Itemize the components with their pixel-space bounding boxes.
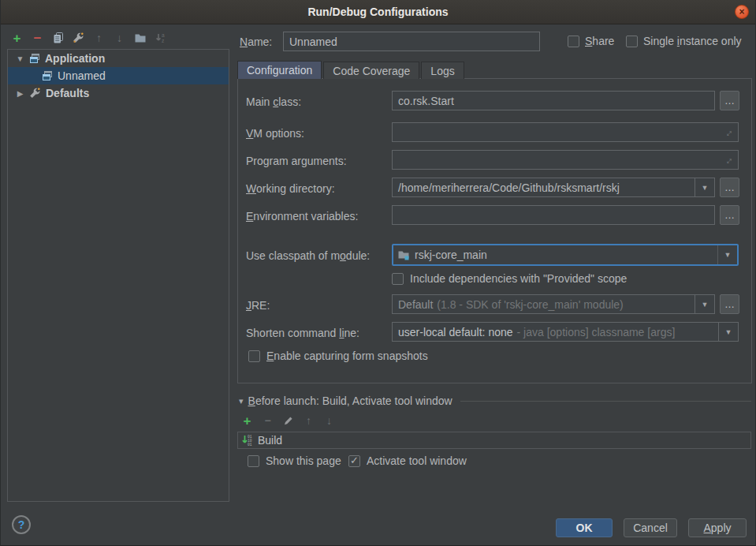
pencil-icon — [283, 415, 294, 426]
working-directory-combobox[interactable]: /home/meriherrera/Code/Github/rsksmart/r… — [392, 178, 715, 197]
tree-item-label: Unnamed — [58, 69, 106, 82]
expand-field-icon[interactable]: ↔ — [721, 125, 736, 140]
copy-icon — [52, 32, 65, 44]
before-launch-label: Before launch: Build, Activate tool wind… — [248, 395, 452, 407]
tree-item-defaults[interactable]: ▶ Defaults — [8, 84, 229, 102]
vm-options-input[interactable]: ↔ — [392, 122, 739, 142]
ellipsis-icon: … — [724, 95, 735, 106]
jre-combobox[interactable]: Default (1.8 - SDK of 'rskj-core_main' m… — [392, 294, 715, 314]
shorten-command-line-label: Shorten command line: — [246, 327, 359, 339]
vm-options-label: VM options: — [246, 127, 304, 140]
use-classpath-label: Use classpath of module: — [246, 249, 370, 262]
move-task-down-button[interactable]: ↓ — [323, 413, 335, 428]
capture-snapshots-label: Enable capturing form snapshots — [266, 350, 428, 362]
move-up-button[interactable]: ↑ — [92, 31, 106, 45]
module-icon — [397, 249, 410, 261]
copy-configuration-button[interactable] — [51, 31, 65, 45]
dialog-title: Run/Debug Configurations — [307, 6, 448, 18]
capture-snapshots-checkbox[interactable]: Enable capturing form snapshots — [248, 350, 428, 362]
minus-icon: − — [264, 415, 270, 426]
help-button[interactable]: ? — [12, 515, 31, 534]
activate-tool-window-checkbox[interactable]: Activate tool window — [348, 454, 467, 467]
svg-text:z: z — [162, 38, 164, 43]
ellipsis-icon: … — [724, 299, 735, 309]
single-instance-label: Single instance only — [643, 35, 742, 47]
main-class-input[interactable]: co.rsk.Start — [392, 91, 715, 110]
dropdown-arrow-icon[interactable]: ▼ — [695, 178, 714, 196]
task-item-build[interactable]: Build — [258, 434, 282, 447]
add-task-button[interactable]: + — [241, 413, 253, 428]
move-down-button[interactable]: ↓ — [113, 31, 126, 45]
create-folder-button[interactable] — [133, 31, 147, 45]
environment-variables-input[interactable] — [392, 205, 715, 225]
titlebar: Run/Debug Configurations × — [1, 0, 755, 24]
name-label: Name: — [240, 36, 272, 48]
tree-item-application[interactable]: ▼ Application — [8, 50, 229, 67]
share-checkbox[interactable]: Share — [568, 35, 614, 47]
add-configuration-button[interactable]: + — [10, 31, 24, 45]
wrench-icon — [72, 32, 85, 44]
tree-collapsed-icon[interactable]: ▶ — [16, 89, 24, 98]
jre-browse-button[interactable]: … — [720, 294, 739, 314]
arrow-down-icon: ↓ — [117, 32, 122, 43]
checkbox-box-checked[interactable] — [348, 455, 360, 467]
config-tabs: Configuration Code Coverage Logs — [237, 61, 466, 79]
working-directory-label: Working directory: — [246, 182, 335, 195]
expand-field-icon[interactable]: ↔ — [721, 152, 736, 168]
edit-task-button[interactable] — [282, 413, 294, 428]
main-class-label: Main class: — [246, 95, 301, 108]
single-instance-checkbox[interactable]: Single instance only — [626, 35, 742, 47]
include-provided-checkbox[interactable]: Include dependencies with "Provided" sco… — [392, 272, 627, 285]
section-collapse-icon[interactable]: ▾ — [239, 396, 244, 406]
cancel-button[interactable]: Cancel — [624, 518, 677, 537]
tree-expanded-icon[interactable]: ▼ — [16, 54, 24, 63]
checkbox-box[interactable] — [248, 350, 260, 362]
configuration-tab-panel: Main class: co.rsk.Start … VM options: ↔… — [237, 78, 752, 383]
sort-configurations-button[interactable]: a z — [154, 31, 167, 45]
tab-logs[interactable]: Logs — [421, 62, 464, 79]
configurations-tree: ▼ Application Unnamed — [7, 49, 229, 502]
arrow-up-icon: ↑ — [306, 415, 311, 426]
shorten-command-line-combobox[interactable]: user-local default: none - java [options… — [392, 322, 739, 342]
ok-button[interactable]: OK — [556, 518, 613, 537]
include-provided-label: Include dependencies with "Provided" sco… — [410, 272, 627, 285]
name-value: Unnamed — [289, 36, 337, 48]
main-class-browse-button[interactable]: … — [720, 91, 739, 110]
tab-code-coverage[interactable]: Code Coverage — [323, 62, 419, 79]
remove-configuration-button[interactable]: − — [31, 31, 44, 45]
checkbox-box[interactable] — [248, 455, 259, 467]
dropdown-arrow-icon[interactable]: ▼ — [718, 323, 738, 341]
checkbox-box[interactable] — [626, 36, 638, 47]
apply-label: Apply — [703, 522, 731, 534]
tree-item-label: Defaults — [46, 87, 89, 99]
use-classpath-combobox[interactable]: rskj-core_main ▼ — [392, 244, 739, 266]
move-task-up-button[interactable]: ↑ — [303, 413, 315, 428]
tree-item-unnamed[interactable]: Unnamed — [8, 67, 229, 84]
application-icon — [41, 69, 54, 82]
program-arguments-input[interactable]: ↔ — [392, 150, 739, 170]
ellipsis-icon: … — [724, 210, 735, 220]
application-icon — [28, 52, 41, 65]
dropdown-arrow-icon[interactable]: ▼ — [695, 295, 714, 313]
remove-task-button[interactable]: − — [262, 413, 274, 428]
close-button[interactable]: × — [735, 5, 749, 19]
dropdown-arrow-icon[interactable]: ▼ — [717, 245, 737, 264]
activate-tool-window-label: Activate tool window — [367, 454, 467, 467]
edit-defaults-button[interactable] — [72, 31, 85, 45]
configurations-toolbar: + − ↑ ↓ — [10, 30, 167, 46]
section-rule — [460, 401, 751, 402]
tree-item-label: Application — [45, 52, 105, 65]
show-this-page-checkbox[interactable]: Show this page — [248, 454, 341, 467]
checkbox-box[interactable] — [392, 273, 404, 285]
apply-button[interactable]: Apply — [688, 518, 747, 537]
minus-icon: − — [34, 32, 42, 45]
working-directory-browse-button[interactable]: … — [720, 178, 739, 197]
jre-label: JRE: — [246, 299, 270, 312]
checkbox-box[interactable] — [568, 36, 579, 47]
arrow-down-icon: ↓ — [326, 415, 332, 426]
environment-variables-browse-button[interactable]: … — [720, 205, 739, 225]
tab-configuration[interactable]: Configuration — [237, 61, 322, 79]
before-launch-header[interactable]: ▾ Before launch: Build, Activate tool wi… — [239, 395, 751, 407]
name-input[interactable]: Unnamed — [283, 32, 540, 51]
before-launch-toolbar: + − ↑ ↓ — [241, 413, 335, 428]
